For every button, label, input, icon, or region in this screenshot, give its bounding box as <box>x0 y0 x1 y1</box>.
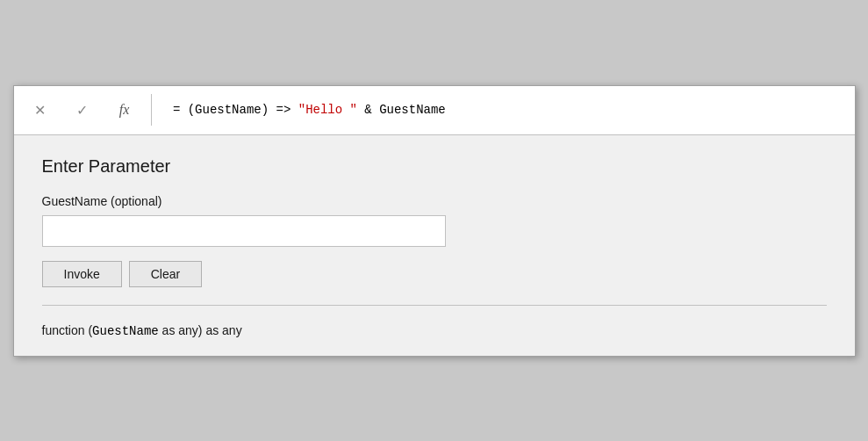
cancel-button[interactable]: ✕ <box>21 90 60 129</box>
formula-divider <box>151 94 152 126</box>
function-prefix: function ( <box>42 323 93 337</box>
param-group: GuestName (optional) <box>42 194 827 247</box>
formula-string: "Hello " <box>298 103 357 117</box>
formula-suffix: & GuestName <box>357 103 446 117</box>
fx-button[interactable]: fx <box>105 90 144 129</box>
confirm-button[interactable]: ✓ <box>63 90 102 129</box>
function-param: GuestName <box>92 324 159 338</box>
invoke-button[interactable]: Invoke <box>42 261 122 287</box>
guest-name-input[interactable] <box>42 215 446 247</box>
button-row: Invoke Clear <box>42 261 827 287</box>
param-label: GuestName (optional) <box>42 194 827 208</box>
main-window: ✕ ✓ fx = (GuestName) => "Hello " & Guest… <box>13 85 856 357</box>
section-title: Enter Parameter <box>42 156 827 177</box>
main-content: Enter Parameter GuestName (optional) Inv… <box>14 135 855 356</box>
formula-display: = (GuestName) => "Hello " & GuestName <box>159 90 848 129</box>
separator <box>42 305 827 306</box>
function-signature: function (GuestName as any) as any <box>42 323 827 338</box>
clear-button[interactable]: Clear <box>129 261 202 287</box>
formula-bar: ✕ ✓ fx = (GuestName) => "Hello " & Guest… <box>14 86 855 135</box>
formula-prefix: = (GuestName) => <box>166 103 298 117</box>
function-suffix: as any) as any <box>159 323 242 337</box>
